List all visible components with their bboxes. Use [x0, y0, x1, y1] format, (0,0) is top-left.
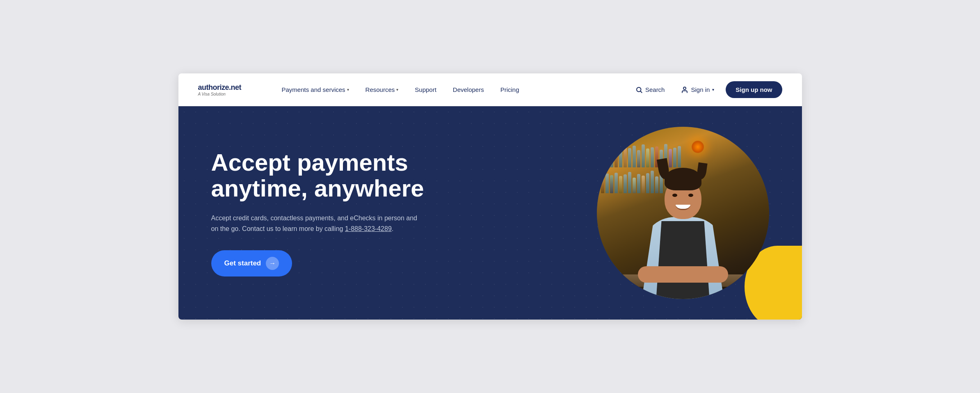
hero-section: Accept payments anytime, anywhere Accept…	[178, 106, 802, 320]
nav-label-support: Support	[415, 86, 436, 93]
search-icon	[635, 86, 643, 94]
nav-right: Search Sign in ▾ Sign up now	[630, 81, 782, 98]
nav-item-developers[interactable]: Developers	[446, 83, 491, 96]
logo[interactable]: authorize.net A Visa Solution	[198, 83, 256, 96]
light-bulb	[692, 141, 704, 153]
portrait-image	[597, 127, 769, 299]
arrow-right-icon: →	[266, 257, 279, 270]
hero-description: Accept credit cards, contactless payment…	[211, 213, 425, 234]
chevron-down-icon: ▾	[396, 87, 398, 92]
logo-text: authorize.net	[198, 83, 256, 92]
search-label: Search	[645, 86, 665, 93]
svg-point-2	[683, 87, 686, 89]
person-apron	[656, 221, 710, 299]
nav-links: Payments and services ▾ Resources ▾ Supp…	[275, 83, 630, 96]
hero-image-area	[597, 127, 769, 299]
hero-portrait	[597, 127, 769, 299]
nav-item-support[interactable]: Support	[408, 83, 443, 96]
get-started-button[interactable]: Get started →	[211, 250, 292, 276]
hero-title: Accept payments anytime, anywhere	[211, 149, 457, 202]
signin-button[interactable]: Sign in ▾	[676, 83, 719, 97]
person-arms	[638, 266, 728, 283]
shelf-row-1	[601, 144, 765, 167]
nav-label-pricing: Pricing	[500, 86, 519, 93]
nav-item-pricing[interactable]: Pricing	[494, 83, 526, 96]
nav-label-resources: Resources	[366, 86, 395, 93]
svg-line-1	[640, 91, 642, 92]
chevron-down-icon: ▾	[347, 87, 349, 92]
chevron-down-icon: ▾	[712, 87, 714, 92]
person-hair	[665, 168, 701, 190]
signup-button[interactable]: Sign up now	[726, 81, 782, 98]
nav-label-developers: Developers	[453, 86, 484, 93]
phone-link[interactable]: 1-888-323-4289	[345, 225, 392, 232]
navbar: authorize.net A Visa Solution Payments a…	[178, 73, 802, 106]
get-started-label: Get started	[224, 259, 261, 267]
logo-subtitle: A Visa Solution	[198, 92, 256, 96]
nav-item-payments[interactable]: Payments and services ▾	[275, 83, 356, 96]
nav-label-payments: Payments and services	[282, 86, 345, 93]
page-wrapper: authorize.net A Visa Solution Payments a…	[178, 73, 802, 320]
signin-label: Sign in	[691, 86, 710, 93]
user-icon	[681, 86, 688, 94]
nav-item-resources[interactable]: Resources ▾	[359, 83, 405, 96]
search-button[interactable]: Search	[630, 83, 670, 97]
hero-content: Accept payments anytime, anywhere Accept…	[211, 149, 457, 277]
